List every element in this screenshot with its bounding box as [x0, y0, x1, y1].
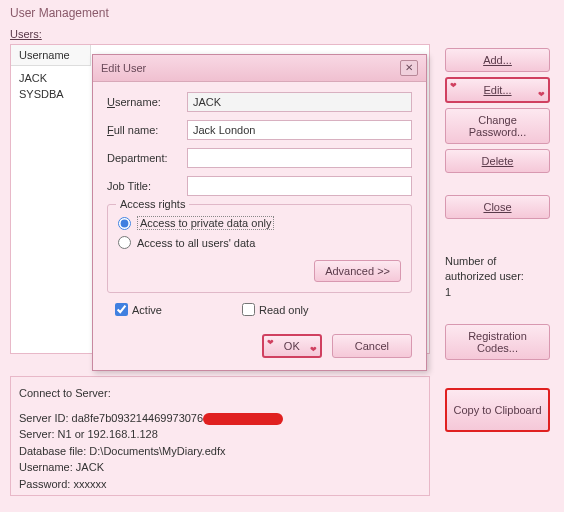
delete-button[interactable]: Delete: [445, 149, 550, 173]
redacted-icon: [203, 413, 283, 425]
edit-button[interactable]: Edit...: [445, 77, 550, 103]
password-line: Password: xxxxxx: [19, 476, 421, 493]
copy-to-clipboard-button[interactable]: Copy to Clipboard: [445, 388, 550, 432]
dialog-title: Edit User: [101, 62, 146, 74]
stats-count: 1: [445, 285, 550, 300]
username-label: Username:: [107, 96, 187, 108]
access-rights-fieldset: Access rights Access to private data onl…: [107, 204, 412, 293]
department-input[interactable]: [187, 148, 412, 168]
registration-codes-button[interactable]: Registration Codes...: [445, 324, 550, 360]
fullname-label: Full name:: [107, 124, 187, 136]
ok-button[interactable]: OK: [262, 334, 322, 358]
close-button[interactable]: Close: [445, 195, 550, 219]
cancel-button[interactable]: Cancel: [332, 334, 412, 358]
username-input[interactable]: [187, 92, 412, 112]
add-button[interactable]: Add...: [445, 48, 550, 72]
change-password-button[interactable]: Change Password...: [445, 108, 550, 144]
advanced-button[interactable]: Advanced >>: [314, 260, 401, 282]
db-line: Database file: D:\Documents\MyDiary.edfx: [19, 443, 421, 460]
access-legend: Access rights: [116, 198, 189, 210]
users-label: Users:: [10, 28, 554, 40]
radio-private[interactable]: Access to private data only: [118, 213, 401, 233]
edit-user-dialog: Edit User ✕ Username: Full name: Departm…: [92, 54, 427, 371]
readonly-checkbox[interactable]: Read only: [242, 303, 309, 316]
radio-all-input[interactable]: [118, 236, 131, 249]
fullname-input[interactable]: [187, 120, 412, 140]
radio-all[interactable]: Access to all users' data: [118, 233, 401, 252]
close-icon[interactable]: ✕: [400, 60, 418, 76]
readonly-checkbox-input[interactable]: [242, 303, 255, 316]
stats-panel: Number of authorized user: 1: [445, 254, 550, 300]
server-line: Server: N1 or 192.168.1.128: [19, 426, 421, 443]
window-title: User Management: [0, 0, 564, 24]
jobtitle-input[interactable]: [187, 176, 412, 196]
radio-private-input[interactable]: [118, 217, 131, 230]
active-checkbox[interactable]: Active: [115, 303, 162, 316]
connect-label: Connect to Server:: [19, 385, 421, 402]
server-info-panel: Connect to Server: Server ID: da8fe7b093…: [10, 376, 430, 496]
department-label: Department:: [107, 152, 187, 164]
users-column-header[interactable]: Username: [11, 45, 91, 66]
active-checkbox-input[interactable]: [115, 303, 128, 316]
jobtitle-label: Job Title:: [107, 180, 187, 192]
server-id-line: Server ID: da8fe7b093214469973076: [19, 410, 421, 427]
username-line: Username: JACK: [19, 459, 421, 476]
stats-label: Number of authorized user:: [445, 254, 550, 285]
